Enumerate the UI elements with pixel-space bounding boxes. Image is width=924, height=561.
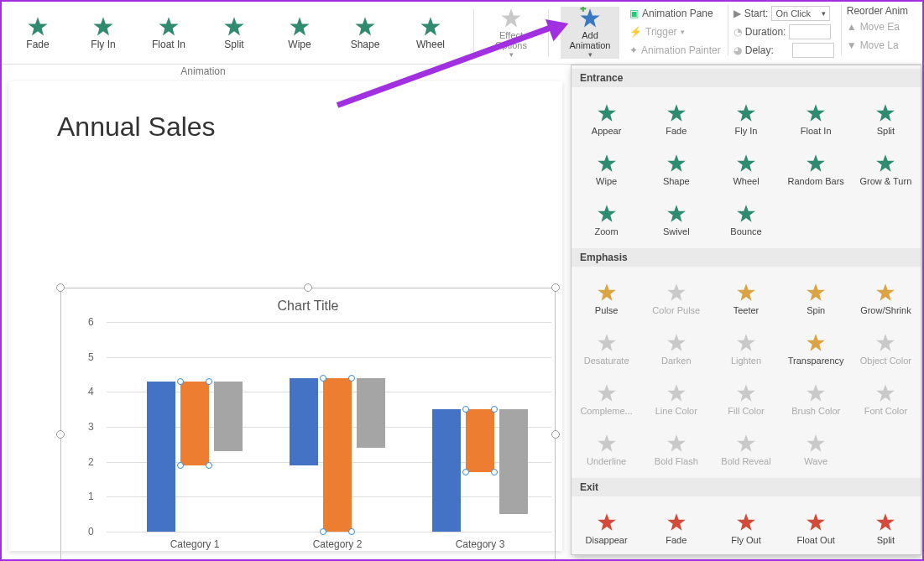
svg-marker-3 (224, 17, 243, 35)
anim-option-pulse[interactable]: Pulse (572, 267, 641, 317)
anim-option-fade[interactable]: Fade (641, 87, 711, 138)
anim-option-transparency[interactable]: Transparency (781, 317, 851, 367)
svg-marker-5 (355, 17, 374, 35)
anim-option-random-bars[interactable]: Random Bars (781, 547, 851, 555)
svg-marker-18 (737, 154, 755, 172)
anim-option-lighten: Lighten (711, 317, 780, 367)
svg-marker-45 (737, 513, 755, 531)
bar-series1[interactable] (290, 378, 318, 465)
add-animation-button[interactable]: Add Animation ▾ (561, 7, 619, 59)
chart-object[interactable]: Chart Title 0123456Category 1Category 2C… (60, 288, 556, 561)
x-tick: Category 1 (132, 538, 258, 550)
anim-option-grow-turn[interactable]: Grow & Turn (851, 138, 921, 188)
anim-option-spin[interactable]: Spin (781, 267, 851, 317)
anim-option-wipe[interactable]: Wipe (572, 547, 641, 555)
ribbon-anim-wipe[interactable]: Wipe (269, 15, 331, 50)
svg-marker-7 (501, 8, 520, 27)
ribbon-advanced-timing: ▣Animation Pane ⚡Trigger▾ ✦Animation Pai… (624, 2, 922, 64)
anim-option-zoom[interactable]: Zoom (572, 188, 641, 238)
anim-option-appear[interactable]: Appear (572, 87, 641, 138)
anim-option-teeter[interactable]: Teeter (711, 267, 780, 317)
bar-series3[interactable] (499, 409, 528, 514)
move-earlier-button[interactable]: ▲ Move Ea (847, 18, 908, 35)
svg-marker-19 (807, 154, 825, 172)
anim-option-split[interactable]: Split (851, 496, 921, 547)
ribbon-anim-shape[interactable]: Shape (334, 15, 396, 50)
ribbon-animation-gallery: FadeFly InFloat InSplitWipeShapeWheel Ef… (2, 2, 624, 64)
anim-option-split[interactable]: Split (851, 87, 921, 138)
ribbon-anim-float-in[interactable]: Float In (138, 15, 200, 50)
move-later-button[interactable]: ▼ Move La (847, 37, 908, 54)
anim-option-fade[interactable]: Fade (641, 496, 711, 547)
bar-series3[interactable] (214, 382, 243, 451)
anim-option-brush-color: Brush Color (781, 367, 851, 418)
anim-option-fly-out[interactable]: Fly Out (711, 496, 780, 547)
trigger-button[interactable]: ⚡Trigger▾ (629, 23, 721, 40)
slide-canvas[interactable]: Annual Sales Chart Title 0123456Category… (8, 81, 562, 551)
bar-series2[interactable] (323, 378, 352, 532)
y-tick: 4 (88, 386, 94, 397)
ribbon-anim-fade[interactable]: Fade (7, 15, 69, 50)
anim-option-shape[interactable]: Shape (641, 138, 711, 188)
anim-option-underline: Underline (572, 418, 641, 468)
svg-marker-16 (598, 154, 616, 172)
delay-input[interactable] (792, 43, 834, 58)
chart-plot-area[interactable]: 0123456Category 1Category 2Category 3 (107, 322, 551, 532)
anim-option-wheel[interactable]: Wheel (711, 547, 780, 555)
animation-pane-button[interactable]: ▣Animation Pane (629, 5, 721, 22)
bar-series3[interactable] (357, 378, 385, 448)
anim-option-compleme-: Compleme... (572, 367, 641, 418)
effect-options-button[interactable]: Effect Options ▾ (486, 7, 536, 59)
anim-option-color-pulse: Color Pulse (641, 267, 711, 317)
add-animation-dropdown[interactable]: EntranceAppearFadeFly InFloat InSplitWip… (571, 65, 921, 555)
anim-option-float-out[interactable]: Float Out (781, 496, 851, 547)
duration-label: Duration: (745, 26, 786, 38)
anim-option-wipe[interactable]: Wipe (572, 138, 641, 188)
ribbon-anim-wheel[interactable]: Wheel (399, 15, 462, 50)
y-tick: 5 (88, 351, 94, 363)
anim-option-object-color: Object Color (851, 317, 921, 367)
svg-marker-1 (93, 17, 112, 35)
delay-label: Delay: (745, 44, 774, 56)
svg-marker-6 (420, 17, 440, 35)
bar-series2[interactable] (180, 382, 209, 465)
svg-marker-4 (290, 17, 309, 35)
anim-option-random-bars[interactable]: Random Bars (781, 138, 851, 188)
svg-rect-10 (582, 7, 584, 12)
ribbon-anim-fly-in[interactable]: Fly In (72, 15, 134, 50)
chart-title[interactable]: Chart Title (61, 299, 555, 314)
svg-marker-22 (667, 205, 686, 222)
dropdown-section-emphasis: Emphasis (572, 248, 921, 267)
x-tick: Category 2 (274, 538, 400, 550)
svg-marker-17 (667, 154, 686, 172)
bar-series2[interactable] (466, 409, 494, 472)
svg-marker-20 (877, 154, 895, 172)
animation-painter-button[interactable]: ✦Animation Painter (629, 42, 721, 59)
svg-marker-40 (667, 434, 686, 452)
duration-input[interactable] (789, 24, 831, 39)
bar-series1[interactable] (432, 409, 461, 532)
dropdown-section-entrance: Entrance (572, 69, 921, 87)
svg-marker-11 (598, 104, 616, 122)
start-dropdown[interactable]: On Click ▾ (771, 6, 830, 21)
anim-option-swivel[interactable]: Swivel (641, 188, 711, 238)
anim-option-grow-shrink[interactable]: Grow/Shrink (851, 267, 921, 317)
anim-option-shrink-tu-[interactable]: Shrink & Tu... (851, 547, 921, 555)
svg-marker-30 (667, 334, 686, 351)
x-tick: Category 3 (417, 538, 543, 550)
svg-marker-15 (877, 104, 895, 122)
svg-marker-44 (667, 513, 686, 531)
anim-option-bounce[interactable]: Bounce (711, 188, 780, 238)
anim-option-wheel[interactable]: Wheel (711, 138, 780, 188)
anim-option-disappear[interactable]: Disappear (572, 496, 641, 547)
bar-series1[interactable] (147, 382, 175, 532)
y-tick: 6 (88, 316, 94, 328)
ribbon-anim-split[interactable]: Split (203, 15, 265, 50)
svg-marker-0 (28, 17, 47, 35)
anim-option-fly-in[interactable]: Fly In (711, 87, 780, 138)
anim-option-float-in[interactable]: Float In (781, 87, 851, 138)
anim-option-shape[interactable]: Shape (641, 547, 711, 555)
svg-marker-14 (807, 104, 825, 122)
slide-title[interactable]: Annual Sales (8, 81, 562, 143)
svg-marker-47 (877, 513, 895, 531)
